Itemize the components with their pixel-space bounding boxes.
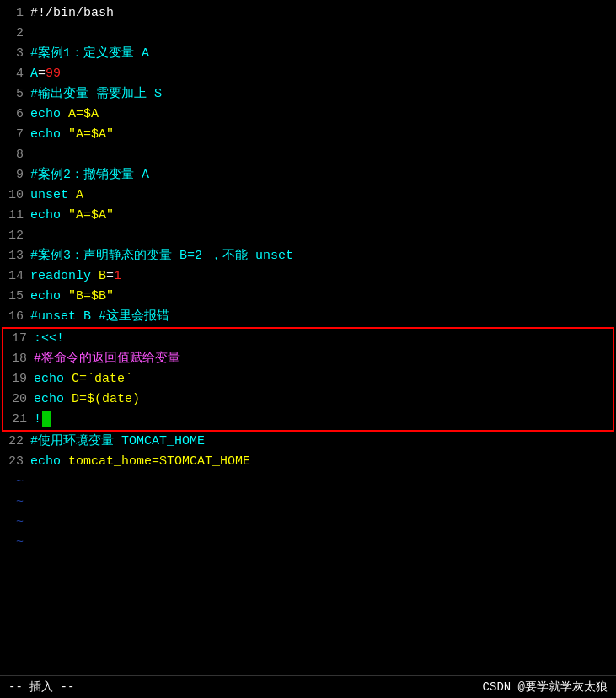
code-token: = [106,269,114,283]
line-21: 21! [3,410,613,430]
line-number: 4 [0,64,30,83]
code-token: A=$A [68,107,99,121]
editor: 1#!/bin/bash23#案例1：定义变量 A4A=995#输出变量 需要加… [0,0,616,698]
code-token: tomcat_home=$TOMCAT_HOME [68,454,250,469]
line-content: #案例1：定义变量 A [30,44,616,63]
line-number: ~ [0,492,30,512]
line-14: 14readonly B=1 [0,266,616,287]
code-token: #案例1：定义变量 A [30,46,149,61]
line-content: #unset B #这里会报错 [30,307,616,326]
line-number: 3 [0,44,30,63]
line-number: 8 [0,145,30,164]
line-~: ~ [0,533,616,553]
code-token: echo [34,372,72,386]
line-content: #案例3：声明静态的变量 B=2 ，不能 unset [30,246,616,266]
code-token: A [76,188,83,202]
code-token: echo [30,107,68,121]
line-7: 7echo "A=$A" [0,125,616,145]
line-number: 14 [0,266,30,286]
line-content: echo C=`date` [34,369,613,389]
line-15: 15echo "B=$B" [0,287,616,307]
code-token: "A=$A" [68,127,114,142]
code-token: #输出变量 需要加上 $ [30,87,162,101]
code-token: #!/bin/bash [30,6,114,20]
text-cursor [42,411,51,427]
code-token: echo [30,289,68,303]
line-~: ~ [0,472,616,492]
code-token: readonly [30,269,99,283]
line-6: 6echo A=$A [0,105,616,125]
line-number: 19 [3,369,34,389]
line-number: 18 [3,349,34,368]
line-content: echo "A=$A" [30,206,616,225]
line-13: 13#案例3：声明静态的变量 B=2 ，不能 unset [0,246,616,266]
line-1: 1#!/bin/bash [0,3,616,24]
code-token: 99 [46,67,61,81]
line-number: 7 [0,125,30,144]
line-number: 17 [3,329,34,348]
line-number: 1 [0,3,30,23]
line-content: #!/bin/bash [30,3,616,23]
line-content: :<<! [34,329,613,348]
line-23: 23echo tomcat_home=$TOMCAT_HOME [0,452,616,472]
code-area: 1#!/bin/bash23#案例1：定义变量 A4A=995#输出变量 需要加… [0,0,616,675]
code-token: B [99,269,106,283]
code-token: unset [30,188,76,202]
code-token: echo [30,127,68,142]
line-20: 20echo D=$(date) [3,389,613,410]
line-content: echo D=$(date) [34,389,613,409]
line-12: 12 [0,226,616,246]
line-8: 8 [0,145,616,165]
code-token: #unset B #这里会报错 [30,309,169,324]
line-number: ~ [0,513,30,532]
highlight-block: 17:<<!18#将命令的返回值赋给变量19echo C=`date`20ech… [2,327,614,432]
code-token: A [30,67,38,81]
statusbar-info: CSDN @要学就学灰太狼 [483,679,608,695]
code-token: "B=$B" [68,289,114,303]
line-11: 11echo "A=$A" [0,206,616,226]
code-token: echo [30,208,68,223]
line-10: 10unset A [0,185,616,206]
line-content: #将命令的返回值赋给变量 [34,349,613,368]
code-token: "A=$A" [68,208,114,223]
line-2: 2 [0,24,616,44]
line-9: 9#案例2：撤销变量 A [0,165,616,185]
line-number: 2 [0,24,30,43]
line-4: 4A=99 [0,64,616,84]
line-number: 9 [0,165,30,185]
line-number: 12 [0,226,30,245]
line-3: 3#案例1：定义变量 A [0,44,616,64]
code-token: echo [34,392,72,406]
line-content: echo tomcat_home=$TOMCAT_HOME [30,452,616,471]
code-token: :<<! [34,331,64,346]
line-content: #输出变量 需要加上 $ [30,84,616,104]
code-token: D=$(date) [72,392,140,406]
line-16: 16#unset B #这里会报错 [0,307,616,327]
line-number: 15 [0,287,30,306]
line-~: ~ [0,513,616,533]
code-token: C=`date` [72,372,132,386]
statusbar-mode: -- 插入 -- [8,679,74,695]
line-content: A=99 [30,64,616,83]
line-number: 22 [0,432,30,451]
code-token: = [38,67,46,81]
line-number: 23 [0,452,30,471]
code-token: #使用环境变量 TOMCAT_HOME [30,434,205,448]
line-number: 21 [3,410,34,429]
line-number: 16 [0,307,30,326]
line-22: 22#使用环境变量 TOMCAT_HOME [0,432,616,452]
line-content: unset A [30,185,616,205]
line-number: ~ [0,533,30,552]
line-content: readonly B=1 [30,266,616,286]
line-number: ~ [0,472,30,491]
line-content: #使用环境变量 TOMCAT_HOME [30,432,616,451]
line-content: echo A=$A [30,105,616,124]
line-content: echo "A=$A" [30,125,616,144]
code-token: #将命令的返回值赋给变量 [34,352,180,366]
line-number: 13 [0,246,30,266]
statusbar: -- 插入 -- CSDN @要学就学灰太狼 [0,675,616,698]
code-token: 1 [114,269,121,283]
line-number: 6 [0,105,30,124]
line-content: #案例2：撤销变量 A [30,165,616,185]
line-~: ~ [0,492,616,513]
